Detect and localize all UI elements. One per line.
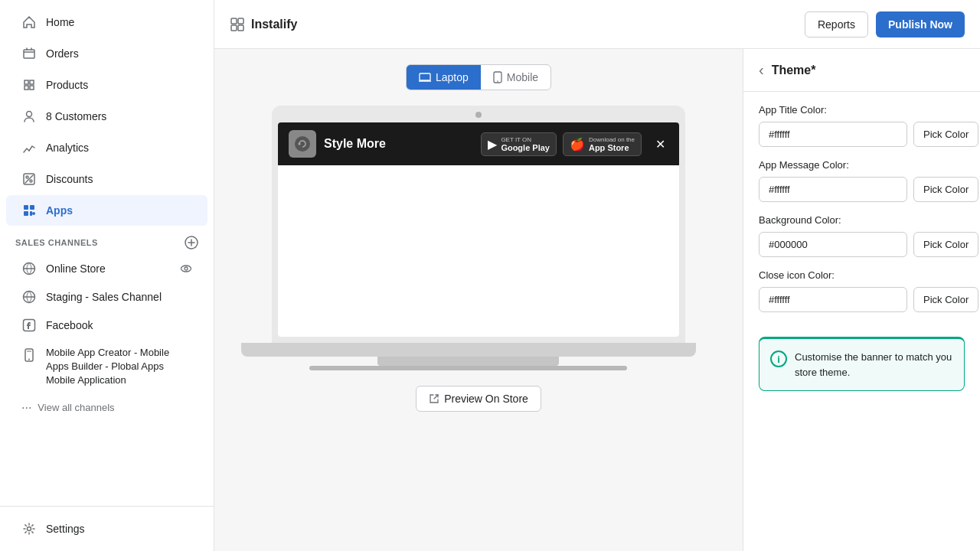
svg-point-26 <box>295 136 310 152</box>
app-title-text: Style More <box>324 137 473 151</box>
svg-point-3 <box>30 180 32 182</box>
sidebar-item-apps[interactable]: Apps <box>6 195 207 226</box>
preview-content-area <box>278 165 679 334</box>
publish-button[interactable]: Publish Now <box>876 11 965 37</box>
svg-rect-20 <box>238 18 243 24</box>
color-section: App Title Color: Pick Color App Message … <box>743 92 980 337</box>
svg-rect-23 <box>420 73 430 80</box>
sidebar-item-mobile-app[interactable]: Mobile App Creator - Mobile Apps Builder… <box>6 340 207 394</box>
page-title: Instalify <box>251 18 297 31</box>
info-text: Customise the banner to match you store … <box>795 350 953 380</box>
home-icon <box>21 15 37 30</box>
svg-point-2 <box>26 176 28 178</box>
settings-panel: ‹ Theme* App Title Color: Pick Color App… <box>743 49 980 551</box>
background-color-input[interactable] <box>759 232 907 257</box>
info-icon: i <box>770 350 787 367</box>
sidebar-bottom: Settings <box>0 506 214 551</box>
app-title-color-label: App Title Color: <box>759 104 965 116</box>
laptop-tab[interactable]: Laptop <box>407 65 481 90</box>
device-tabs: Laptop Mobile <box>406 64 551 90</box>
app-message-color-row: Pick Color <box>759 177 965 202</box>
panel-title: Theme* <box>772 64 816 77</box>
close-icon-color-row: Pick Color <box>759 287 965 312</box>
svg-point-1 <box>27 112 32 117</box>
app-message-pick-color-button[interactable]: Pick Color <box>913 177 978 202</box>
external-link-icon <box>429 393 439 404</box>
svg-rect-21 <box>231 25 237 31</box>
app-logo <box>289 130 316 158</box>
settings-icon <box>21 521 37 536</box>
sidebar-item-staging[interactable]: Staging - Sales Channel <box>6 283 207 311</box>
apps-icon <box>21 203 37 218</box>
header-actions: Reports Publish Now <box>805 11 965 37</box>
customers-icon <box>21 109 37 124</box>
background-color-row: Pick Color <box>759 232 965 257</box>
app-title-pick-color-button[interactable]: Pick Color <box>913 122 978 147</box>
svg-rect-7 <box>24 211 28 216</box>
reports-button[interactable]: Reports <box>805 11 868 37</box>
laptop-screen: Style More ▶ GET IT ON Google Play <box>272 106 685 343</box>
view-all-channels[interactable]: ··· View all channels <box>6 395 207 421</box>
sidebar-item-home[interactable]: Home <box>6 7 207 37</box>
laptop-base <box>241 343 696 357</box>
sidebar-item-analytics[interactable]: Analytics <box>6 132 207 163</box>
sidebar-nav: Home Orders Pr <box>0 0 214 506</box>
sales-channels-section: SALES CHANNELS <box>0 227 214 254</box>
mobile-icon <box>493 71 502 83</box>
close-icon-color-input[interactable] <box>759 287 907 312</box>
panel-back-button[interactable]: ‹ <box>759 61 764 79</box>
background-color-label: Background Color: <box>759 214 965 226</box>
facebook-icon <box>21 318 37 333</box>
sidebar-item-online-store[interactable]: Online Store <box>6 255 207 282</box>
svg-rect-0 <box>24 50 34 58</box>
dots-icon: ··· <box>21 401 31 415</box>
discounts-icon <box>21 171 37 187</box>
sidebar-item-orders[interactable]: Orders <box>6 38 207 69</box>
header-title-area: Instalify <box>230 17 297 32</box>
analytics-icon <box>21 140 37 155</box>
svg-point-13 <box>185 267 188 270</box>
app-message-color-input[interactable] <box>759 177 907 202</box>
svg-point-12 <box>181 266 191 272</box>
app-store-button[interactable]: 🍎 Download on the App Store <box>563 132 642 156</box>
grid-icon <box>230 17 245 32</box>
close-icon-pick-color-button[interactable]: Pick Color <box>913 287 978 312</box>
sidebar-item-customers[interactable]: 8 Customers <box>6 101 207 132</box>
svg-point-17 <box>28 359 30 360</box>
svg-rect-5 <box>24 205 28 210</box>
sidebar-item-settings[interactable]: Settings <box>6 514 207 544</box>
mobile-tab[interactable]: Mobile <box>481 65 550 90</box>
eye-icon[interactable] <box>180 262 192 275</box>
laptop-icon <box>419 71 431 83</box>
background-pick-color-button[interactable]: Pick Color <box>913 232 978 257</box>
google-play-icon: ▶ <box>488 137 497 152</box>
preview-pane: Laptop Mobile <box>214 49 743 551</box>
app-title-color-input[interactable] <box>759 122 907 147</box>
banner-close-button[interactable]: ✕ <box>652 137 668 152</box>
svg-point-25 <box>497 80 498 82</box>
svg-rect-22 <box>238 25 243 31</box>
svg-rect-19 <box>231 18 237 24</box>
sidebar-item-discounts[interactable]: Discounts <box>6 164 207 194</box>
sidebar-item-facebook[interactable]: Facebook <box>6 311 207 339</box>
laptop-foot <box>309 366 628 370</box>
preview-on-store-button[interactable]: Preview On Store <box>416 386 541 412</box>
panel-header: ‹ Theme* <box>743 49 980 92</box>
svg-point-27 <box>299 143 301 145</box>
svg-rect-8 <box>30 211 32 216</box>
app-banner: Style More ▶ GET IT ON Google Play <box>278 122 679 165</box>
svg-point-9 <box>32 212 35 215</box>
content-area: Laptop Mobile <box>214 49 980 551</box>
products-icon <box>21 77 37 93</box>
add-sales-channel-button[interactable] <box>185 236 198 249</box>
apple-icon: 🍎 <box>570 137 585 152</box>
orders-icon <box>21 46 37 61</box>
svg-rect-6 <box>30 205 34 210</box>
sidebar: Home Orders Pr <box>0 0 214 551</box>
svg-point-18 <box>28 527 31 531</box>
store-buttons: ▶ GET IT ON Google Play 🍎 Down <box>481 132 642 156</box>
google-play-button[interactable]: ▶ GET IT ON Google Play <box>481 132 557 156</box>
sidebar-item-products[interactable]: Products <box>6 70 207 100</box>
main-content: Instalify Reports Publish Now Laptop <box>214 0 980 551</box>
laptop-screen-inner: Style More ▶ GET IT ON Google Play <box>278 122 679 337</box>
